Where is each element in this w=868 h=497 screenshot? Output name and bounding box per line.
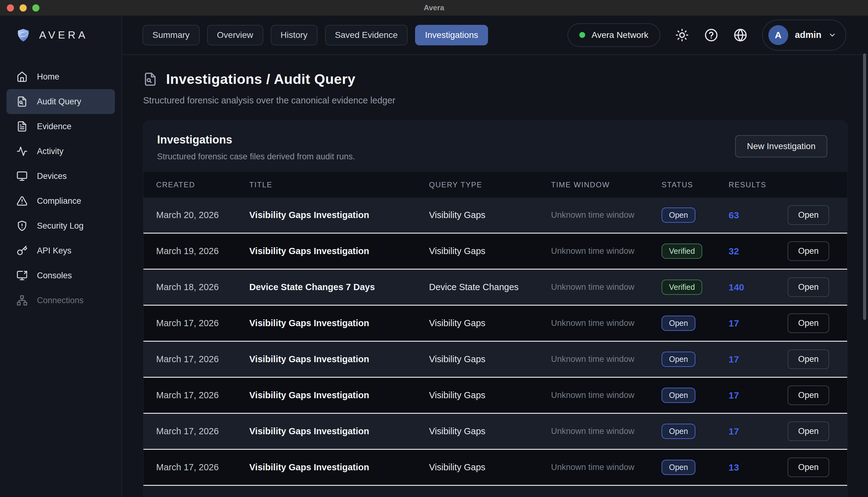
row-results-count[interactable]: 17 <box>729 354 739 364</box>
row-created: March 17, 2026 <box>156 462 219 472</box>
network-status-pill[interactable]: Avera Network <box>568 23 660 47</box>
brand-name: AVERA <box>39 29 88 41</box>
tab-overview[interactable]: Overview <box>207 25 263 45</box>
row-title: Device State Changes 7 Days <box>249 282 375 292</box>
vertical-scrollbar[interactable] <box>863 54 866 320</box>
panel-title: Investigations <box>157 133 355 146</box>
row-results-count[interactable]: 140 <box>729 282 744 292</box>
file-search-icon <box>143 72 157 86</box>
shield-alert-icon <box>16 220 28 231</box>
table-row[interactable]: March 19, 2026Visibility Gaps Investigat… <box>144 233 847 270</box>
row-results-count[interactable]: 32 <box>729 246 739 256</box>
user-menu[interactable]: A admin <box>762 19 846 51</box>
row-open-button[interactable]: Open <box>788 313 829 333</box>
table-row[interactable]: March 17, 2026Visibility Gaps Investigat… <box>144 378 847 414</box>
help-button[interactable] <box>704 28 719 43</box>
sidebar-item-api-keys[interactable]: API Keys <box>6 238 115 263</box>
sun-icon <box>675 28 690 42</box>
column-header-query-type: QUERY TYPE <box>429 181 551 189</box>
row-created: March 17, 2026 <box>156 318 219 328</box>
sidebar-item-consoles[interactable]: Consoles <box>6 263 115 288</box>
row-open-button[interactable]: Open <box>788 278 829 297</box>
row-time-window: Unknown time window <box>551 246 635 256</box>
table-row[interactable]: March 20, 2026Visibility Gaps Investigat… <box>144 198 847 233</box>
row-open-button[interactable]: Open <box>788 241 829 261</box>
table-row[interactable]: March 17, 2026Visibility Gaps Investigat… <box>144 450 847 486</box>
row-created: March 19, 2026 <box>156 246 219 256</box>
row-open-button[interactable]: Open <box>788 205 829 225</box>
status-badge: Open <box>662 388 695 403</box>
content: Investigations / Audit Query Structured … <box>122 55 868 497</box>
row-open-button[interactable]: Open <box>788 422 829 441</box>
investigations-panel: Investigations Structured forensic case … <box>143 120 848 497</box>
column-header-status: STATUS <box>662 181 729 189</box>
file-search-icon <box>16 96 28 107</box>
tab-history[interactable]: History <box>271 25 318 45</box>
sidebar-item-label: Security Log <box>37 221 84 231</box>
language-button[interactable] <box>733 28 748 43</box>
status-badge: Open <box>662 208 695 223</box>
chevron-down-icon <box>828 31 836 39</box>
row-open-button[interactable]: Open <box>788 350 829 369</box>
row-open-button[interactable]: Open <box>788 457 829 477</box>
sidebar-item-label: Compliance <box>37 196 81 206</box>
row-query-type: Visibility Gaps <box>429 318 486 328</box>
sidebar-item-activity[interactable]: Activity <box>6 139 115 164</box>
column-header-title: TITLE <box>249 181 429 189</box>
sidebar-item-label: Home <box>37 72 59 82</box>
row-time-window: Unknown time window <box>551 426 635 436</box>
table-row[interactable]: March 17, 2026Visibility Gaps Investigat… <box>144 414 847 450</box>
window-title: Avera <box>0 3 868 12</box>
row-time-window: Unknown time window <box>551 282 635 292</box>
row-results-count[interactable]: 63 <box>729 210 739 220</box>
sidebar-item-label: API Keys <box>37 246 71 256</box>
monitor-icon <box>16 171 28 182</box>
table-row[interactable]: March 17, 2026Visibility Gaps Investigat… <box>144 342 847 378</box>
row-results-count[interactable]: 17 <box>729 426 739 437</box>
row-time-window: Unknown time window <box>551 318 635 328</box>
sidebar-item-connections[interactable]: Connections <box>6 288 115 313</box>
row-open-button[interactable]: Open <box>788 385 829 405</box>
sidebar-item-evidence[interactable]: Evidence <box>6 114 115 139</box>
status-badge: Open <box>662 316 695 331</box>
theme-toggle-button[interactable] <box>675 28 690 43</box>
row-query-type: Visibility Gaps <box>429 462 486 472</box>
row-title: Visibility Gaps Investigation <box>249 462 369 472</box>
macos-titlebar: Avera <box>0 0 868 16</box>
status-badge: Open <box>662 424 695 439</box>
tab-saved-evidence[interactable]: Saved Evidence <box>325 25 408 45</box>
column-header-time-window: TIME WINDOW <box>551 181 662 189</box>
page-subtitle: Structured forensic analysis over the ca… <box>143 95 848 105</box>
table-row[interactable]: March 18, 2026Device State Changes 7 Day… <box>144 270 847 306</box>
topbar: SummaryOverviewHistorySaved EvidenceInve… <box>122 16 868 55</box>
table-row[interactable]: March 17, 2026Visibility Gaps Investigat… <box>144 306 847 342</box>
row-results-count[interactable]: 17 <box>729 318 739 328</box>
globe-icon <box>733 28 748 42</box>
status-badge: Open <box>662 352 695 367</box>
row-query-type: Visibility Gaps <box>429 426 486 436</box>
row-results-count[interactable]: 17 <box>729 390 739 400</box>
sidebar-item-security-log[interactable]: Security Log <box>6 213 115 238</box>
tab-summary[interactable]: Summary <box>143 25 200 45</box>
new-investigation-button[interactable]: New Investigation <box>735 135 827 157</box>
row-title: Visibility Gaps Investigation <box>249 210 369 220</box>
sidebar-item-label: Audit Query <box>37 97 81 106</box>
row-time-window: Unknown time window <box>551 210 635 219</box>
sidebar-item-compliance[interactable]: Compliance <box>6 188 115 213</box>
sidebar-item-home[interactable]: Home <box>6 64 115 89</box>
sidebar: AVERA HomeAudit QueryEvidenceActivityDev… <box>0 16 122 497</box>
sidebar-item-devices[interactable]: Devices <box>6 164 115 188</box>
sidebar-item-audit-query[interactable]: Audit Query <box>6 89 115 114</box>
file-text-icon <box>16 121 28 132</box>
sidebar-item-label: Activity <box>37 147 64 156</box>
table-header-row: CREATEDTITLEQUERY TYPETIME WINDOWSTATUSR… <box>144 172 847 198</box>
key-icon <box>16 245 28 256</box>
row-query-type: Visibility Gaps <box>429 354 486 364</box>
sidebar-item-label: Devices <box>37 171 67 181</box>
help-circle-icon <box>704 28 719 42</box>
row-title: Visibility Gaps Investigation <box>249 390 369 400</box>
tab-investigations[interactable]: Investigations <box>415 25 488 45</box>
home-icon <box>16 71 28 82</box>
row-results-count[interactable]: 13 <box>729 462 739 472</box>
row-title: Visibility Gaps Investigation <box>249 426 369 436</box>
